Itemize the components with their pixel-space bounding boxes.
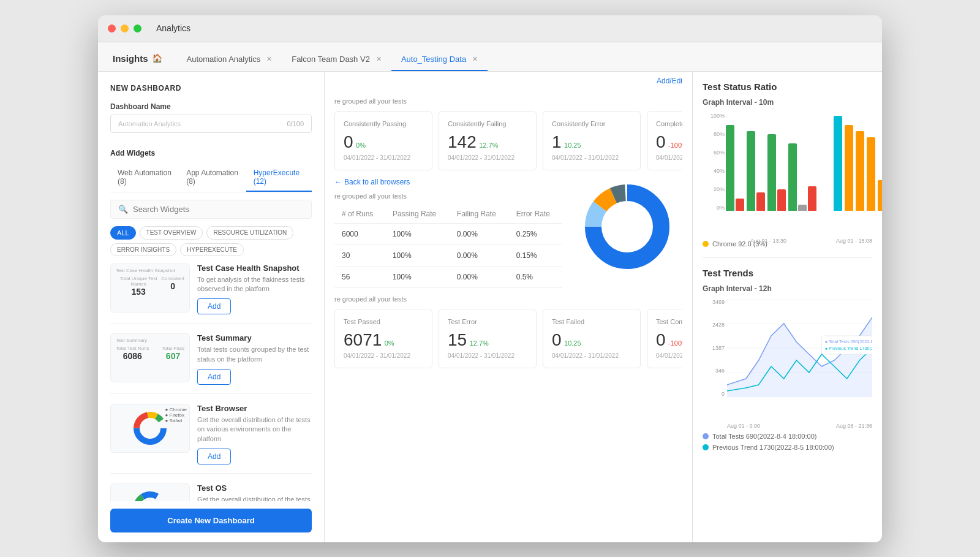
table-container: ← Back to all browsers re grouped all yo… xyxy=(334,178,562,288)
bar-orange-8 xyxy=(867,137,875,211)
widget-info-os: Test OS Get the overall distribution of … xyxy=(197,483,312,501)
bar-group-1 xyxy=(726,125,744,211)
widget-desc-os: Get the overall distribution of the test… xyxy=(197,495,312,501)
bar-green-3 xyxy=(767,134,776,211)
svg-marker-16 xyxy=(727,317,872,397)
add-widgets-title: Add Widgets xyxy=(110,149,312,157)
tab-automation[interactable]: Automation Analytics ✕ xyxy=(177,48,282,71)
tab-hyperexecute[interactable]: HyperExecute (12) xyxy=(246,165,312,192)
widget-type-tabs: Web Automation (8) App Automation (8) Hy… xyxy=(110,165,312,192)
legend-dot-chrome xyxy=(703,241,709,247)
stat-test-completed: Test Completed 0 -100% 04/01/2022 - 31/0… xyxy=(647,309,682,368)
table-row: 6000 100% 0.00% 0.25% xyxy=(334,223,562,244)
donut-chart xyxy=(572,178,682,288)
widget-preview-os xyxy=(110,483,190,501)
tab-insights-label: Insights xyxy=(113,53,148,64)
titlebar: Analytics xyxy=(98,15,882,42)
stat-consistently-passing: Consistently Passing 0 0% 04/01/2022 - 3… xyxy=(334,111,432,170)
widget-item-browser: ● Chrome● Firefox● Safari Test Browser G… xyxy=(110,404,312,474)
tab-auto-testing[interactable]: Auto_Testing Data ✕ xyxy=(391,48,488,71)
sidebar: NEW DASHBOARD Dashboard Name Automation … xyxy=(98,72,325,542)
home-icon: 🏠 xyxy=(152,53,162,63)
stat-test-error: Test Error 15 12.7% 04/01/2022 - 31/01/2… xyxy=(439,309,537,368)
trends-x-labels: Aug 01 - 0:00 Aug 06 - 21:36 xyxy=(727,423,872,429)
tab-auto-testing-close[interactable]: ✕ xyxy=(472,55,478,63)
close-button[interactable] xyxy=(108,25,116,32)
back-link[interactable]: ← Back to all browsers xyxy=(334,178,562,186)
trends-interval-value: 12h xyxy=(759,284,772,293)
panel-divider xyxy=(703,257,872,258)
col-failing: Failing Rate xyxy=(450,205,509,224)
create-dashboard-button[interactable]: Create New Dashboard xyxy=(110,509,312,532)
tab-automation-close[interactable]: ✕ xyxy=(266,55,272,63)
main-layout: NEW DASHBOARD Dashboard Name Automation … xyxy=(98,72,882,542)
search-input[interactable] xyxy=(133,205,304,214)
trends-chart: 3469 2428 1387 346 0 xyxy=(703,299,872,422)
trends-y-axis: 3469 2428 1387 346 0 xyxy=(703,299,726,397)
bar-orange-7 xyxy=(856,131,864,211)
tab-web-automation[interactable]: Web Automation (8) xyxy=(110,165,179,192)
interval-value: 10m xyxy=(759,98,774,107)
tab-insights[interactable]: Insights 🏠 xyxy=(98,47,172,71)
col-error: Error Rate xyxy=(509,205,562,224)
top-stats-row: Consistently Passing 0 0% 04/01/2022 - 3… xyxy=(334,111,682,170)
filter-all[interactable]: ALL xyxy=(110,226,136,240)
filter-error[interactable]: ERROR INSIGHTS xyxy=(110,243,176,256)
stat-consistently-failing: Consistently Failing 142 12.7% 04/01/202… xyxy=(439,111,537,170)
tab-falcon[interactable]: Falcon Team Dash V2 ✕ xyxy=(282,48,391,71)
bar-red-3 xyxy=(777,189,786,211)
dashboard-main: Add/Edi re grouped all your tests Consis… xyxy=(325,72,692,542)
tab-app-automation[interactable]: App Automation (8) xyxy=(179,165,246,192)
table-row: 30 100% 0.00% 0.15% xyxy=(334,244,562,266)
top-stats-subtitle: re grouped all your tests xyxy=(334,97,682,105)
bar-group-8 xyxy=(867,137,875,211)
widget-desc-health: To get analysis of the flakiness tests o… xyxy=(197,275,312,294)
bar-green-4 xyxy=(788,143,797,211)
trends-svg: ● Total Tests 690(2022-8-4 18:00:00) ● P… xyxy=(727,299,872,397)
bar-group-2 xyxy=(747,131,765,211)
dashboard-name-input[interactable]: Automation Analytics 0/100 xyxy=(110,115,312,133)
widget-name-browser: Test Browser xyxy=(197,404,312,413)
widget-info-health: Test Case Health Snapshot To get analysi… xyxy=(197,263,312,315)
filter-resource[interactable]: RESOURCE UTILIZATION xyxy=(206,226,293,240)
filter-hyperexecute[interactable]: HYPEREXECUTE xyxy=(180,243,244,256)
svg-rect-17 xyxy=(822,336,872,354)
browser-table: # of Runs Passing Rate Failing Rate Erro… xyxy=(334,205,562,288)
col-runs: # of Runs xyxy=(334,205,385,224)
add-health-button[interactable]: Add xyxy=(197,298,231,314)
add-edit-bar[interactable]: Add/Edi xyxy=(325,72,692,90)
bar-group-7 xyxy=(856,131,864,211)
widget-list: Test Case Health Snapshot Total Unique T… xyxy=(98,263,324,501)
bar-red-1 xyxy=(736,199,744,211)
back-arrow-icon: ← xyxy=(334,178,342,186)
widget-preview-summary: Test Summary Total Test Runs 6086 Total … xyxy=(110,333,190,382)
filter-test-overview[interactable]: TEST OVERVIEW xyxy=(140,226,203,240)
widget-preview-health: Test Case Health Snapshot Total Unique T… xyxy=(110,263,190,313)
search-icon: 🔍 xyxy=(118,205,128,214)
maximize-button[interactable] xyxy=(134,25,141,32)
bar-group-4 xyxy=(788,143,816,211)
bar-orange-9 xyxy=(878,180,882,211)
bar-group-9 xyxy=(878,180,882,211)
bottom-stats-section: re grouped all your tests Test Passed 60… xyxy=(325,288,692,376)
bar-group-5 xyxy=(834,116,842,211)
app-title: Analytics xyxy=(156,23,190,33)
dashboard-name-placeholder: Automation Analytics xyxy=(118,120,181,127)
table-subtitle: re grouped all your tests xyxy=(334,192,562,200)
bar-chart-bars xyxy=(726,113,882,211)
bar-group-3 xyxy=(767,134,786,211)
stat-test-passed: Test Passed 6071 0% 04/01/2022 - 31/01/2… xyxy=(334,309,432,368)
sidebar-title: NEW DASHBOARD xyxy=(110,84,312,93)
middle-section: ← Back to all browsers re grouped all yo… xyxy=(325,178,692,288)
tab-falcon-close[interactable]: ✕ xyxy=(376,55,382,63)
add-browser-button[interactable]: Add xyxy=(197,449,231,464)
widget-item-os: Test OS Get the overall distribution of … xyxy=(110,483,312,501)
bar-green-1 xyxy=(726,125,734,211)
widget-name-os: Test OS xyxy=(197,483,312,493)
minimize-button[interactable] xyxy=(121,25,129,32)
add-summary-button[interactable]: Add xyxy=(197,369,231,385)
bar-group-6 xyxy=(845,125,853,211)
legend-prev: Previous Trend 1730(2022-8-5 18:00:00) xyxy=(703,444,872,451)
status-ratio-title: Test Status Ratio xyxy=(703,81,872,92)
widget-preview-browser: ● Chrome● Firefox● Safari xyxy=(110,404,190,453)
